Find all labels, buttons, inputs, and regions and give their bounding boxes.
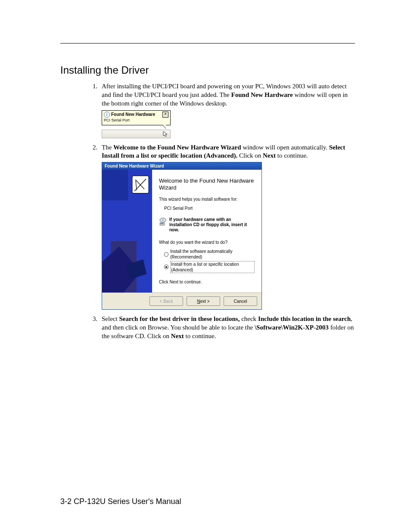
step2-text-a: The (102, 144, 113, 151)
step-3: Select Search for the best driver in the… (99, 315, 355, 340)
radio-checked-icon (164, 264, 168, 269)
step2-text-b: window will open automatically. (241, 144, 329, 151)
wizard-help-line: This wizard helps you install software f… (159, 196, 255, 202)
taskbar-tray (102, 130, 171, 138)
cd-icon (159, 217, 167, 226)
next-button-underline: N (197, 299, 200, 304)
step-1: After installing the UPCI/PCI board and … (99, 82, 355, 138)
radio-unchecked-icon (164, 252, 168, 257)
wizard-heading: Welcome to the Found New Hardware Wizard (159, 177, 255, 191)
balloon-close-button[interactable]: × (162, 112, 168, 118)
step2-bold-a: Welcome to the Found New Hardware Wizard (113, 144, 241, 151)
back-button: < Back (149, 296, 183, 306)
step-2: The Welcome to the Found New Hardware Wi… (99, 143, 355, 310)
balloon-tail-icon (162, 125, 166, 129)
svg-rect-9 (160, 223, 163, 224)
info-icon: i (104, 112, 110, 118)
step3-bold-b: Include this location in the search (258, 315, 351, 322)
wizard-click-next: Click Next to continue. (159, 279, 255, 285)
cancel-button[interactable]: Cancel (224, 296, 257, 306)
option-auto-label: Install the software automatically (Reco… (170, 249, 255, 260)
step2-text-c: Click on (237, 152, 263, 159)
step2-bold-c: Next (263, 152, 276, 159)
step2-text-d: to continue. (276, 152, 308, 159)
wizard-sidebar-graphic (102, 170, 152, 292)
option-install-auto[interactable]: Install the software automatically (Reco… (164, 249, 255, 260)
next-button[interactable]: Next > (187, 296, 220, 306)
option-install-from-list[interactable]: Install from a list or specific location… (164, 261, 255, 273)
found-new-hardware-balloon: i Found New Hardware × PCI Serial Port (102, 110, 171, 125)
svg-rect-8 (160, 223, 165, 225)
step3-bold-d: Next (171, 333, 184, 339)
cursor-icon (162, 131, 168, 137)
step3-bold-c: \Software\Win2K-XP-2003 (255, 324, 329, 331)
wizard-media-note: If your hardware came with an installati… (169, 217, 255, 233)
wizard-device-name: PCI Serial Port (164, 205, 255, 211)
top-rule (60, 43, 355, 44)
step1-bold-a: Found New Hardware (231, 91, 293, 98)
page-footer: 3-2 CP-132U Series User's Manual (60, 497, 181, 506)
wizard-titlebar: Found New Hardware Wizard (102, 162, 262, 170)
option-list-label: Install from a list or specific location… (170, 261, 255, 273)
next-button-rest: ext > (200, 299, 210, 304)
step3-text-a: Select (102, 315, 119, 322)
balloon-body: PCI Serial Port (104, 118, 168, 123)
step3-bold-a: Search for the best driver in these loca… (119, 315, 240, 322)
wizard-question: What do you want the wizard to do? (159, 240, 255, 245)
balloon-title: Found New Hardware (111, 112, 155, 118)
section-title: Installing the Driver (60, 64, 355, 76)
svg-point-7 (162, 220, 163, 221)
found-new-hardware-wizard-window: Found New Hardware Wizard (102, 162, 262, 310)
step3-text-e: to continue. (184, 333, 216, 339)
step3-text-b: check (240, 315, 258, 322)
